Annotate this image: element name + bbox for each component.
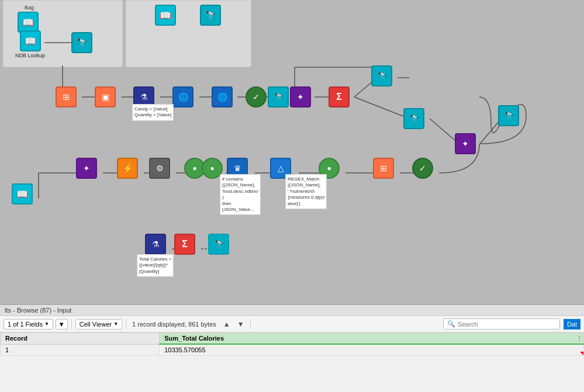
toolbar-divider-3 bbox=[250, 319, 251, 329]
node-check-1[interactable]: ✓ bbox=[246, 86, 267, 107]
nav-down-btn[interactable]: ▼ bbox=[235, 319, 247, 329]
fields-label: 1 of 1 Fields bbox=[8, 321, 43, 328]
node-lightning[interactable]: ⚡ bbox=[117, 158, 138, 179]
results-title: lts - Browse (87) - Input bbox=[5, 307, 71, 314]
node-ndb-lookup[interactable]: 📖 NDB Lookup bbox=[15, 30, 45, 59]
node-binoculars-right[interactable]: 🔭 bbox=[498, 105, 519, 126]
red-triangle-indicator bbox=[580, 352, 583, 355]
regex-match-note: REGEX_Match([JSON_Name],'.*nutrients\0\{… bbox=[285, 174, 327, 209]
node-book-2[interactable]: 📖 bbox=[155, 5, 176, 26]
candy-qty-note: Candy = [Value]Quantity = [Value] bbox=[132, 104, 174, 121]
cell-record-id: 1 bbox=[1, 344, 160, 356]
node-globe-2[interactable]: 🌐 bbox=[212, 86, 233, 107]
nav-up-btn[interactable]: ▲ bbox=[221, 319, 233, 329]
node-orange-box[interactable]: ▣ bbox=[95, 86, 116, 107]
node-orange-grid-2[interactable]: ⊞ bbox=[373, 158, 394, 179]
col-header-record[interactable]: Record bbox=[1, 333, 160, 345]
node-binoculars-1[interactable]: 🔭 bbox=[71, 32, 92, 53]
cell-viewer-label: Cell Viewer bbox=[80, 321, 112, 328]
record-count-info: 1 record displayed, 861 bytes bbox=[132, 321, 216, 328]
if-contains-note: if contains([JSON_Name],'food.desc.ndbno… bbox=[220, 174, 261, 215]
results-panel: lts - Browse (87) - Input 1 of 1 Fields … bbox=[0, 304, 584, 392]
node-sigma-2[interactable]: Σ bbox=[174, 234, 195, 255]
node-globe-1[interactable]: 🌐 bbox=[172, 86, 193, 107]
node-flask-2[interactable]: ⚗ bbox=[145, 234, 166, 255]
node-purple-star-2[interactable]: ✦ bbox=[455, 133, 476, 154]
table-row: 1 10335.570055 bbox=[1, 344, 584, 356]
node-binoculars-top[interactable]: 🔭 bbox=[371, 65, 392, 86]
total-calories-note: Total Calories =([value]/[qty])*[Quantit… bbox=[137, 254, 174, 277]
svg-line-13 bbox=[354, 97, 409, 119]
node-book-left[interactable]: 📖 bbox=[12, 183, 33, 204]
col-header-sum-calories[interactable]: Sum_Total Calories ⋮ bbox=[160, 333, 584, 345]
col-menu-icon[interactable]: ⋮ bbox=[576, 335, 582, 342]
results-toolbar: 1 of 1 Fields ▼ ▼ Cell Viewer ▼ 1 record… bbox=[0, 316, 584, 332]
node-check-2[interactable]: ✓ bbox=[412, 158, 433, 179]
fields-sort-btn[interactable]: ▼ bbox=[56, 319, 68, 329]
node-binoculars-bottom[interactable]: 🔭 bbox=[403, 108, 424, 129]
search-container: 🔍 bbox=[443, 318, 560, 329]
node-orange-grid[interactable]: ⊞ bbox=[56, 86, 77, 107]
sort-down-icon: ▼ bbox=[58, 321, 65, 328]
node-binoculars-2[interactable]: 🔭 bbox=[200, 5, 221, 26]
workflow-canvas: Bag 📖 📖 NDB Lookup 🔭 📖 🔭 ⊞ ▣ Candy = [Va… bbox=[0, 0, 584, 304]
node-purple-star-1[interactable]: ✦ bbox=[290, 86, 311, 107]
search-input[interactable] bbox=[458, 321, 551, 328]
toolbar-divider-2 bbox=[126, 319, 126, 329]
node-sigma-1[interactable]: Σ bbox=[329, 86, 350, 107]
dat-label: Dat bbox=[567, 321, 577, 328]
fields-dropdown[interactable]: 1 of 1 Fields ▼ bbox=[4, 319, 53, 329]
cell-viewer-dropdown[interactable]: Cell Viewer ▼ bbox=[75, 319, 122, 329]
node-gear[interactable]: ⚙ bbox=[149, 158, 170, 179]
node-purple-star-3[interactable]: ✦ bbox=[76, 158, 97, 179]
node-binoculars-4[interactable]: 🔭 bbox=[208, 234, 229, 255]
ndb-lookup-label: NDB Lookup bbox=[15, 53, 45, 59]
cell-viewer-chevron: ▼ bbox=[113, 321, 118, 327]
cell-sum-calories: 10335.570055 bbox=[160, 344, 584, 356]
search-icon: 🔍 bbox=[447, 320, 455, 328]
svg-rect-1 bbox=[126, 0, 251, 67]
toolbar-divider-1 bbox=[71, 319, 72, 329]
node-book-topleft[interactable]: 📖 bbox=[18, 12, 39, 33]
bag-label: Bag bbox=[25, 5, 34, 11]
dat-button[interactable]: Dat bbox=[564, 319, 580, 329]
fields-chevron-down: ▼ bbox=[44, 321, 49, 327]
results-table: Record Sum_Total Calories ⋮ 1 10335.5700… bbox=[0, 332, 584, 392]
results-title-bar: lts - Browse (87) - Input bbox=[0, 305, 584, 316]
node-binoculars-3[interactable]: 🔭 bbox=[268, 86, 289, 107]
